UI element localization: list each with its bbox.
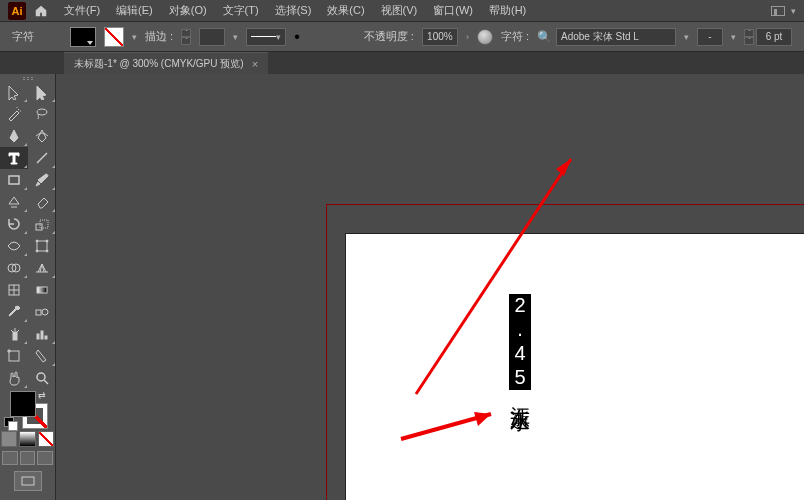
menubar: Ai 文件(F) 编辑(E) 对象(O) 文字(T) 选择(S) 效果(C) 视… xyxy=(0,0,804,22)
svg-point-7 xyxy=(46,240,48,242)
menu-window[interactable]: 窗口(W) xyxy=(427,1,479,20)
line-segment-tool[interactable] xyxy=(28,147,56,169)
paintbrush-tool[interactable] xyxy=(28,169,56,191)
rotate-tool[interactable] xyxy=(0,213,28,235)
magic-wand-tool[interactable] xyxy=(0,103,28,125)
control-bar: 字符 ▾ 描边 : ˄ ˅ ▾ ▾ • 不透明度 : 100% › 字符 : 🔍… xyxy=(0,22,804,52)
menu-effect[interactable]: 效果(C) xyxy=(321,1,370,20)
hand-tool[interactable] xyxy=(0,367,28,389)
fill-swatch[interactable] xyxy=(10,391,36,417)
symbol-sprayer-tool[interactable] xyxy=(0,323,28,345)
opacity-input[interactable]: 100% xyxy=(422,28,458,46)
svg-point-8 xyxy=(36,250,38,252)
svg-line-1 xyxy=(37,153,47,163)
chevron-down-icon[interactable]: ▾ xyxy=(731,32,736,42)
menu-select[interactable]: 选择(S) xyxy=(269,1,318,20)
draw-behind-icon[interactable] xyxy=(20,451,36,465)
perspective-grid-tool[interactable] xyxy=(28,257,56,279)
lasso-tool[interactable] xyxy=(28,103,56,125)
svg-point-17 xyxy=(42,309,48,315)
menu-edit[interactable]: 编辑(E) xyxy=(110,1,159,20)
color-mode-none[interactable] xyxy=(38,431,54,447)
character-label: 字符 xyxy=(12,29,34,44)
svg-rect-27 xyxy=(22,477,34,485)
mesh-tool[interactable] xyxy=(0,279,28,301)
zoom-tool[interactable] xyxy=(28,367,56,389)
pen-tool[interactable] xyxy=(0,125,28,147)
font-size-input[interactable]: 6 pt xyxy=(756,28,792,46)
blend-tool[interactable] xyxy=(28,301,56,323)
scale-tool[interactable] xyxy=(28,213,56,235)
panel-grip-icon[interactable] xyxy=(0,74,55,81)
chevron-down-icon[interactable]: ▾ xyxy=(684,32,689,42)
chevron-right-icon[interactable]: › xyxy=(466,32,469,42)
eyedropper-tool[interactable] xyxy=(0,301,28,323)
color-mode-gradient[interactable] xyxy=(19,431,35,447)
shape-builder-tool[interactable] xyxy=(0,257,28,279)
canvas[interactable]: 滚滚2.45江东逝水 xyxy=(56,74,804,500)
curvature-tool[interactable] xyxy=(28,125,56,147)
screen-mode-row xyxy=(0,451,55,467)
menu-object[interactable]: 对象(O) xyxy=(163,1,213,20)
chevron-down-icon[interactable]: ▾ xyxy=(791,6,796,16)
globe-icon[interactable] xyxy=(477,29,493,45)
slice-tool[interactable] xyxy=(28,345,56,367)
svg-point-9 xyxy=(46,250,48,252)
font-weight-select[interactable]: - xyxy=(697,28,723,46)
stroke-profile[interactable]: ▾ xyxy=(246,28,286,46)
svg-rect-22 xyxy=(9,351,19,361)
document-tab[interactable]: 未标题-1* @ 300% (CMYK/GPU 预览) × xyxy=(64,52,268,74)
screen-mode-button[interactable] xyxy=(14,471,42,491)
eraser-tool[interactable] xyxy=(28,191,56,213)
text-selection: 2.45 xyxy=(509,294,531,390)
size-step-down[interactable]: ˅ xyxy=(744,37,754,45)
stroke-color-swatch[interactable] xyxy=(104,27,124,47)
color-mode-row xyxy=(0,431,55,447)
app-logo: Ai xyxy=(8,2,26,20)
stroke-weight-value[interactable] xyxy=(199,28,225,46)
character-options-label: 字符 : xyxy=(501,29,529,44)
draw-normal-icon[interactable] xyxy=(2,451,18,465)
home-icon[interactable] xyxy=(34,4,48,18)
type-tool[interactable] xyxy=(0,147,28,169)
rectangle-tool[interactable] xyxy=(0,169,28,191)
stroke-step-up[interactable]: ˄ xyxy=(181,29,191,37)
direct-selection-tool[interactable] xyxy=(28,81,56,103)
vertical-text[interactable]: 滚滚2.45江东逝水 xyxy=(510,290,530,398)
search-icon[interactable]: 🔍 xyxy=(537,30,552,44)
selection-tool[interactable] xyxy=(0,81,28,103)
menu-type[interactable]: 文字(T) xyxy=(217,1,265,20)
document-tabbar: 未标题-1* @ 300% (CMYK/GPU 预览) × xyxy=(0,52,804,74)
tools-panel: ⇄ xyxy=(0,74,56,500)
chevron-down-icon[interactable]: ▾ xyxy=(132,32,137,42)
fill-color-swatch[interactable] xyxy=(70,27,96,47)
font-family-select[interactable]: Adobe 宋体 Std L xyxy=(556,28,676,46)
color-mode-solid[interactable] xyxy=(1,431,17,447)
menu-view[interactable]: 视图(V) xyxy=(375,1,424,20)
svg-point-6 xyxy=(36,240,38,242)
default-colors-icon[interactable] xyxy=(8,421,18,431)
size-step-up[interactable]: ˄ xyxy=(744,29,754,37)
close-icon[interactable]: × xyxy=(252,58,258,70)
svg-rect-5 xyxy=(37,241,47,251)
color-box: ⇄ xyxy=(0,389,55,429)
shaper-tool[interactable] xyxy=(0,191,28,213)
svg-marker-29 xyxy=(556,159,571,176)
svg-point-25 xyxy=(37,373,45,381)
stroke-step-down[interactable]: ˅ xyxy=(181,37,191,45)
chevron-down-icon[interactable]: ▾ xyxy=(233,32,238,42)
artboard-tool[interactable] xyxy=(0,345,28,367)
menu-help[interactable]: 帮助(H) xyxy=(483,1,532,20)
svg-line-26 xyxy=(44,380,48,384)
svg-rect-16 xyxy=(36,310,41,315)
column-graph-tool[interactable] xyxy=(28,323,56,345)
artboard xyxy=(346,234,804,500)
gradient-tool[interactable] xyxy=(28,279,56,301)
swap-icon[interactable]: ⇄ xyxy=(38,390,46,400)
workspace-switcher-icon[interactable] xyxy=(771,6,785,16)
free-transform-tool[interactable] xyxy=(28,235,56,257)
draw-inside-icon[interactable] xyxy=(37,451,53,465)
menu-file[interactable]: 文件(F) xyxy=(58,1,106,20)
width-tool[interactable] xyxy=(0,235,28,257)
svg-rect-19 xyxy=(37,334,39,339)
